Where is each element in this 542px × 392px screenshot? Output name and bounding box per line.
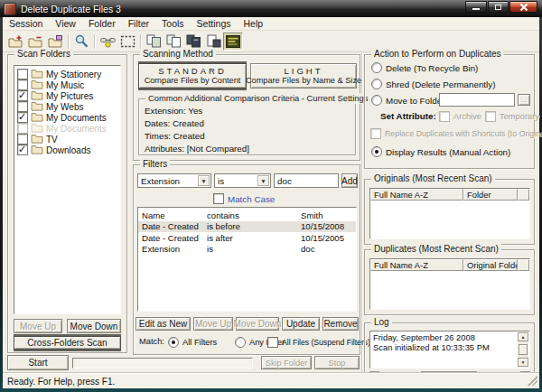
close-button[interactable] [509, 1, 537, 13]
menu-folder[interactable]: Folder [82, 18, 122, 29]
update-filter-button[interactable]: Update [282, 317, 320, 331]
replace-shortcuts-option[interactable]: Replace Duplicates with Shortcuts (to Or… [370, 128, 542, 139]
copy-files-alt-icon[interactable] [164, 33, 183, 51]
standard-method-button[interactable]: STANDARD Compare Files by Content [138, 63, 247, 89]
display-results-option[interactable]: Display Results (Manual Action) [371, 146, 510, 157]
move-to-folder-option[interactable]: Move to Folder [371, 95, 444, 106]
log-line-date: Friday, September 26 2008 [373, 332, 517, 342]
scroll-down-icon[interactable]: ▼ [518, 358, 528, 367]
folders-move-down-button[interactable]: Move Down [67, 319, 121, 333]
chevron-down-icon[interactable]: ▼ [257, 175, 269, 186]
shred-radio[interactable] [371, 79, 382, 89]
minimize-button[interactable] [465, 1, 487, 13]
log-vscroll-thumb[interactable] [519, 344, 528, 355]
shortcut-file-icon[interactable] [203, 33, 223, 51]
filter-move-down-button[interactable]: Move Down [236, 317, 279, 331]
folder-checkbox[interactable] [17, 90, 28, 101]
folder-checkbox[interactable] [17, 145, 28, 155]
status-bar: Ready. For Help, press F1. [3, 373, 539, 388]
folder-item-disabled[interactable]: My Documents [14, 123, 120, 134]
filter-operator-select[interactable]: is ▼ [214, 173, 271, 188]
menu-filter[interactable]: Filter [122, 18, 155, 29]
chevron-down-icon[interactable]: ▼ [198, 175, 210, 186]
temporary-checkbox[interactable] [485, 111, 496, 122]
delete-radio[interactable] [371, 62, 382, 73]
filter-operator-cell: contains [207, 210, 301, 220]
link-folders-icon[interactable] [98, 33, 117, 51]
originals-col-stub [518, 189, 529, 201]
replace-shortcuts-checkbox[interactable] [370, 128, 381, 139]
skip-folder-button[interactable]: Skip Folder [261, 356, 312, 369]
filter-field-select[interactable]: Extension ▼ [137, 173, 211, 188]
scroll-up-icon[interactable]: ▲ [518, 332, 528, 341]
temporary-option[interactable]: Temporary [485, 111, 539, 122]
light-method-button[interactable]: LIGHT Compare Files by Name & Size [250, 63, 357, 89]
all-filters-radio[interactable] [168, 337, 179, 348]
all-filters-option[interactable]: All Filters [168, 337, 217, 348]
folder-checkbox[interactable] [17, 123, 28, 134]
scan-folders-list[interactable]: My Stationery My Music My Pictures My We… [14, 65, 121, 314]
remove-filter-button[interactable]: Remove [322, 317, 359, 331]
all-files-checkbox[interactable] [267, 337, 278, 348]
folders-move-up-button[interactable]: Move Up [14, 319, 62, 333]
title-bar[interactable]: Delete Duplicate Files 3 [0, 0, 542, 17]
move-to-folder-radio[interactable] [371, 95, 382, 106]
folder-item[interactable]: Downloads [14, 145, 120, 155]
folder-properties-icon[interactable] [45, 33, 65, 51]
duplicates-col-folder[interactable]: Original Folder [463, 259, 518, 271]
log-view[interactable]: Friday, September 26 2008 Scan initializ… [369, 331, 530, 369]
scan-icon[interactable] [71, 33, 91, 51]
display-results-radio[interactable] [371, 146, 382, 157]
set-attribute-label: Set Attribute: [380, 111, 436, 121]
match-case-checkbox[interactable] [213, 193, 224, 204]
shred-option[interactable]: Shred (Delete Permanently) [371, 79, 495, 89]
select-region-icon[interactable] [117, 33, 137, 51]
maximize-icon [495, 5, 501, 10]
folder-checkbox[interactable] [17, 112, 28, 123]
menu-session[interactable]: Session [3, 18, 49, 29]
start-button[interactable]: Start [7, 355, 69, 370]
archive-checkbox[interactable] [439, 111, 450, 122]
delete-option[interactable]: Delete (To Recycle Bin) [371, 62, 478, 73]
maximize-button[interactable] [488, 1, 509, 13]
menu-tools[interactable]: Tools [155, 18, 191, 29]
log-vertical-scrollbar[interactable]: ▲ ▼ [518, 332, 528, 367]
filter-value-input[interactable] [274, 173, 339, 188]
add-filter-button[interactable]: Add [341, 173, 358, 188]
originals-col-folder[interactable]: Folder [463, 189, 518, 201]
view-log-icon[interactable] [223, 33, 243, 51]
menu-view[interactable]: View [49, 18, 82, 29]
filter-move-up-button[interactable]: Move Up [193, 317, 233, 331]
remove-folder-icon[interactable] [25, 33, 45, 51]
menu-help[interactable]: Help [238, 18, 270, 29]
all-files-option[interactable]: All Files (Suspend Filters) [267, 337, 370, 348]
resize-grip[interactable] [528, 376, 537, 386]
archive-option[interactable]: Archive [439, 111, 481, 122]
criteria-extension: Extension: Yes [145, 106, 202, 116]
any-filter-radio[interactable] [235, 337, 246, 348]
menu-settings[interactable]: Settings [191, 18, 238, 29]
add-folder-icon[interactable] [5, 33, 25, 51]
originals-col-name[interactable]: Full Name A-Z [370, 189, 463, 201]
stop-button[interactable]: Stop [314, 356, 360, 369]
filter-row[interactable]: Extension is doc [138, 244, 356, 256]
filter-value-cell: 10/15/2005 [301, 233, 353, 243]
compare-files-icon[interactable] [183, 33, 203, 51]
edit-as-new-button[interactable]: Edit as New [136, 317, 191, 331]
filter-row[interactable]: Date - Created is after 10/15/2005 [138, 232, 356, 244]
originals-header: Full Name A-Z Folder [370, 189, 529, 201]
duplicates-list[interactable]: Full Name A-Z Original Folder [369, 258, 530, 310]
folder-label: TV [46, 135, 58, 145]
filters-list[interactable]: Name contains Smith Date - Created is be… [137, 207, 357, 312]
cross-folders-scan-button[interactable]: Cross-Folders Scan [14, 336, 121, 350]
scanning-method-title: Scanning Method [140, 49, 216, 60]
originals-list[interactable]: Full Name A-Z Folder [369, 188, 530, 239]
duplicates-col-name[interactable]: Full Name A-Z [370, 259, 463, 271]
replace-shortcuts-label: Replace Duplicates with Shortcuts (to Or… [385, 129, 542, 138]
filter-row[interactable]: Name contains Smith [138, 210, 356, 221]
move-to-folder-path-input[interactable] [439, 93, 515, 107]
browse-folder-button[interactable]: ... [518, 94, 530, 106]
filter-row-selected[interactable]: Date - Created is before 10/15/2008 [138, 221, 356, 233]
folder-checkbox[interactable] [17, 69, 28, 79]
copy-files-icon[interactable] [144, 33, 164, 51]
